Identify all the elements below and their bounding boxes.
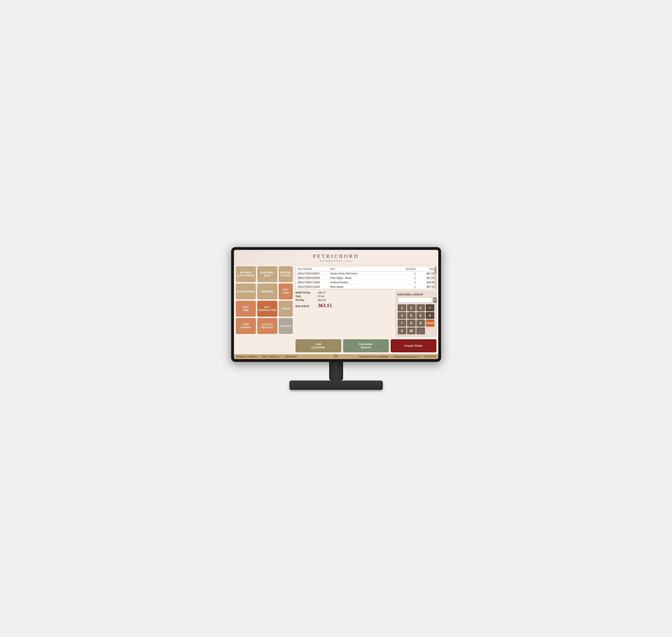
- accessories-button[interactable]: ACCESSORIES: [236, 284, 256, 299]
- monitor-base: [290, 381, 383, 390]
- monitor: PETRICHORD ESTABLISHED 1956 APPAREL& FOO…: [231, 247, 441, 362]
- monitor-wrapper: PETRICHORD ESTABLISHED 1956 APPAREL& FOO…: [231, 247, 441, 390]
- item-search-button[interactable]: ITEMSEARCH: [236, 318, 256, 334]
- terminal-status: Terminal: Cranford-1: [236, 356, 258, 358]
- balance-label: BALANCE: [296, 305, 314, 308]
- store-header: PETRICHORD ESTABLISHED 1956: [234, 250, 438, 265]
- table-body: 2981272901C89827 Garden Party Shift Dres…: [296, 271, 436, 289]
- svg-text:hp: hp: [334, 353, 338, 358]
- subtotal-value: 335.47: [318, 291, 326, 294]
- balance-value: 363.15: [318, 303, 332, 308]
- table-row: 2981272901C72482 Kristine Pendant 1 $49.…: [296, 280, 436, 285]
- col-item-number: Item Number: [298, 268, 330, 270]
- total-row: TOTAL 363.15: [296, 299, 394, 302]
- balance-row: BALANCE 363.15: [296, 303, 394, 308]
- key-8[interactable]: 8: [407, 320, 416, 327]
- col-item: Item: [330, 268, 397, 270]
- total-label: TOTAL: [296, 299, 314, 302]
- keypad: 1 2 3 < 4 5 6 X 7 8 9 EN: [398, 304, 434, 334]
- barcode-input-row: 🔍: [398, 297, 434, 303]
- gift-card-button[interactable]: GIFTCARD: [279, 284, 293, 299]
- left-panel: APPAREL& FOOTWEAR SEASONALSALE SPECIALOF…: [234, 265, 295, 354]
- status-right: Connected to store database | Suspended …: [359, 356, 436, 358]
- table-row: 2981272901C89827 Garden Party Shift Dres…: [296, 271, 436, 276]
- key-3[interactable]: 3: [416, 304, 425, 311]
- user-status: Molly Davis: [285, 356, 297, 358]
- shift-status: Shift: Cranford_17: [262, 356, 281, 358]
- key-7[interactable]: 7: [398, 320, 406, 327]
- totals-left: SUBTOTAL 335.47 TAX 27.68 TOTAL 363.15: [296, 291, 394, 336]
- tax-row: TAX 27.68: [296, 295, 394, 298]
- create-order-button[interactable]: Create Order: [391, 339, 436, 352]
- key-9[interactable]: 9: [416, 320, 425, 327]
- table-row: 2981272901C10836 Moto Jacket 1 $67.50: [296, 285, 436, 289]
- scrollbar[interactable]: [434, 267, 436, 289]
- col-total: Total: [416, 268, 434, 270]
- tax-label: TAX: [296, 295, 314, 298]
- totals-section: SUBTOTAL 335.47 TAX 27.68 TOTAL 363.15: [296, 291, 436, 336]
- barcode-search-button[interactable]: 🔍: [433, 297, 437, 303]
- key-0[interactable]: 0: [398, 327, 406, 334]
- col-quantity: Quantity: [397, 268, 416, 270]
- key-4[interactable]: 4: [398, 312, 406, 319]
- key-2[interactable]: 2: [407, 304, 416, 311]
- action-row: AddCustomer CustomerSearch Create Order: [296, 339, 436, 352]
- apparel-footwear-button[interactable]: APPAREL& FOOTWEAR: [236, 266, 256, 282]
- store-name: PETRICHORD: [234, 253, 438, 259]
- customer-search-button[interactable]: CustomerSearch: [343, 339, 389, 352]
- total-value: 363.15: [318, 299, 326, 302]
- table-row: 2981272901C62539 Pixie Tights – Black 1 …: [296, 276, 436, 280]
- connection-status: Connected to store database: [359, 356, 389, 358]
- store-established: ESTABLISHED 1956: [234, 260, 438, 262]
- key-clear[interactable]: X: [426, 312, 434, 319]
- add-customer-button[interactable]: AddCustomer: [296, 339, 341, 352]
- suspended-status: Suspended transaction: 0: [393, 356, 419, 358]
- tax-value: 27.68: [318, 295, 324, 298]
- key-enter[interactable]: ENTER: [426, 320, 434, 327]
- special-offers-button[interactable]: SPECIALOFFERS: [279, 266, 293, 282]
- transaction-table: Item Number Item Quantity Total 29812729…: [296, 266, 436, 289]
- edit-transaction-button[interactable]: EDITTRANSACTION: [257, 301, 277, 317]
- main-content: APPAREL& FOOTWEAR SEASONALSALE SPECIALOF…: [234, 265, 438, 354]
- subtotal-row: SUBTOTAL 335.47: [296, 291, 394, 294]
- hp-logo: hp: [333, 353, 340, 359]
- subtotal-label: SUBTOTAL: [296, 291, 314, 294]
- seasonal-sale-button[interactable]: SEASONALSALE: [257, 266, 277, 282]
- time-display: 2:12:34 PM: [424, 356, 436, 358]
- key-decimal[interactable]: .: [416, 327, 425, 334]
- barcode-title: BARCODE LOOKUP: [398, 293, 434, 296]
- log-off-button[interactable]: LOG OFF: [279, 318, 293, 334]
- screen: PETRICHORD ESTABLISHED 1956 APPAREL& FOO…: [234, 250, 438, 359]
- barcode-section: BARCODE LOOKUP 🔍 1 2 3 < 4: [396, 291, 436, 336]
- key-backspace[interactable]: <: [426, 304, 434, 311]
- key-1[interactable]: 1: [398, 304, 406, 311]
- table-header: Item Number Item Quantity Total: [296, 267, 436, 271]
- key-6[interactable]: 6: [416, 312, 425, 319]
- loyalty-request-button[interactable]: LOYALTYREQUEST: [257, 318, 277, 334]
- barcode-input[interactable]: [398, 297, 432, 303]
- key-5[interactable]: 5: [407, 312, 416, 319]
- scrollbar-thumb: [435, 267, 436, 274]
- key-00[interactable]: 00: [407, 327, 416, 334]
- edit-line-button[interactable]: EDITLINE: [236, 301, 256, 317]
- tasks-button[interactable]: TASKS: [279, 301, 293, 317]
- right-panel: Item Number Item Quantity Total 29812729…: [295, 265, 438, 354]
- monitor-neck: [329, 362, 343, 381]
- wedding-button[interactable]: WEDDING: [257, 284, 277, 299]
